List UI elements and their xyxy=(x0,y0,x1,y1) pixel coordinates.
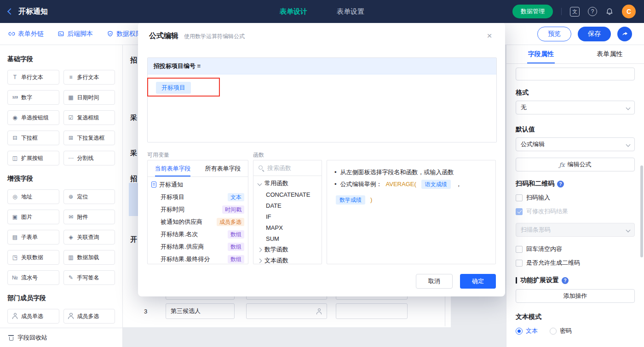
translate-icon[interactable]: 文 xyxy=(570,7,580,17)
function-item[interactable]: CONCATENATE xyxy=(253,189,322,200)
share-button[interactable] xyxy=(617,27,632,41)
lookup-query-icon: ◈ xyxy=(67,234,75,240)
table-cell[interactable] xyxy=(336,303,408,319)
back-icon[interactable] xyxy=(7,8,14,15)
variable-item[interactable]: 开标项目文本 xyxy=(148,191,248,203)
field-item-label: 日期时间 xyxy=(77,94,99,102)
backend-script-button[interactable]: 后端脚本 xyxy=(58,30,93,38)
field-item-select[interactable]: ⊟下拉框 xyxy=(7,131,59,145)
clipped-section-title: 招 xyxy=(130,56,137,65)
table-cell-candidate[interactable]: 第三候选人 xyxy=(166,303,235,319)
checkbox-modify-scan-result[interactable]: 可修改扫码结果 xyxy=(516,207,635,216)
save-button[interactable]: 保存 xyxy=(578,27,611,41)
field-item-signature[interactable]: ✎手写签名 xyxy=(63,270,115,285)
help-circle-icon[interactable]: ? xyxy=(562,277,569,284)
variable-item[interactable]: 被通知的供应商成员多选 xyxy=(148,216,248,228)
variable-root[interactable]: 开标通知 xyxy=(148,178,248,191)
tab-all-form-fields[interactable]: 所有表单字段 xyxy=(198,160,248,176)
function-group-text[interactable]: 文本函数 xyxy=(253,255,322,264)
function-group-common[interactable]: 常用函数 xyxy=(253,178,322,189)
field-item-location[interactable]: ⊕定位 xyxy=(63,189,115,204)
tab-field-properties[interactable]: 字段属性 xyxy=(506,45,575,63)
function-search-input[interactable] xyxy=(267,165,313,171)
field-item-single-line-text[interactable]: T单行文本 xyxy=(7,70,59,85)
checkbox-enter-clear[interactable]: 回车清空内容 xyxy=(516,245,635,253)
example-chip: 数学成绩 xyxy=(336,195,365,205)
formula-field-chip[interactable]: 开标项目 xyxy=(156,82,191,94)
variable-item[interactable]: 开标结果.最终得分数组 xyxy=(148,253,248,264)
data-permission-button[interactable]: 数据权限 xyxy=(107,30,142,38)
radio-password-mode[interactable]: 密码 xyxy=(550,327,572,335)
field-item-datetime[interactable]: ▦日期时间 xyxy=(63,90,115,105)
field-item-checkbox-group[interactable]: ☑复选框组 xyxy=(63,110,115,125)
form-external-link-button[interactable]: 表单外链 xyxy=(8,30,44,38)
field-item-divider[interactable]: ⋯分割线 xyxy=(63,151,115,165)
field-title-input[interactable] xyxy=(516,68,635,80)
tab-current-form-fields[interactable]: 当前表单字段 xyxy=(148,160,198,176)
field-properties-panel: 字段属性 表单属性 格式 无 默认值 公式编辑 ƒx编辑公式 扫码和二维码? 扫… xyxy=(506,45,644,347)
section-title-member-fields: 部门成员字段 xyxy=(7,294,115,302)
field-item-serial-number[interactable]: №流水号 xyxy=(7,270,59,285)
field-item-attachment[interactable]: ✉附件 xyxy=(63,210,115,224)
basic-fields-grid: T单行文本 ≡多行文本 123数字 ▦日期时间 ◉单选按钮组 ☑复选框组 ⊟下拉… xyxy=(7,70,115,165)
tab-form-properties[interactable]: 表单属性 xyxy=(575,45,644,63)
field-item-address[interactable]: ◎地址 xyxy=(7,189,59,204)
function-item[interactable]: SUM xyxy=(253,233,322,244)
variable-item[interactable]: 开标时间时间戳 xyxy=(148,203,248,216)
checkbox-icon xyxy=(516,194,523,201)
trash-icon xyxy=(8,335,14,341)
data-manage-button[interactable]: 数据管理 xyxy=(512,5,553,18)
variable-item[interactable]: 开标结果.名次数组 xyxy=(148,228,248,240)
field-item-label: 关联数据 xyxy=(21,254,43,262)
function-item[interactable]: MAPX xyxy=(253,222,322,233)
variables-tabs: 当前表单字段 所有表单字段 xyxy=(148,160,248,177)
type-tag: 数组 xyxy=(228,230,244,239)
help-circle-icon[interactable]: ? xyxy=(557,181,564,188)
table-cell-member[interactable] xyxy=(246,303,327,319)
field-item-data-load[interactable]: ▥数据加载 xyxy=(63,250,115,265)
tab-form-design[interactable]: 表单设计 xyxy=(280,7,307,16)
checkbox-allow-qrcode[interactable]: 是否允许生成二维码 xyxy=(516,259,635,267)
extend-button-icon: ◫ xyxy=(11,155,19,161)
radio-text-mode[interactable]: 文本 xyxy=(516,327,538,335)
scrollbar-thumb[interactable] xyxy=(640,165,643,257)
field-palette-sidebar: 基础字段 T单行文本 ≡多行文本 123数字 ▦日期时间 ◉单选按钮组 ☑复选框… xyxy=(0,45,123,347)
field-item-lookup-query[interactable]: ◈关联查询 xyxy=(63,230,115,245)
field-item-image[interactable]: ▣图片 xyxy=(7,210,59,224)
field-item-subform[interactable]: ▤子表单 xyxy=(7,230,59,245)
help-icon[interactable]: ? xyxy=(588,7,597,16)
field-item-radio-group[interactable]: ◉单选按钮组 xyxy=(7,110,59,125)
default-value-select[interactable]: 公式编辑 xyxy=(516,137,635,151)
function-item[interactable]: IF xyxy=(253,211,322,222)
close-icon[interactable]: × xyxy=(483,29,496,42)
field-item-linked-data[interactable]: ◳关联数据 xyxy=(7,250,59,265)
image-icon: ▣ xyxy=(11,214,19,220)
field-item-multi-select[interactable]: ⊞下拉复选框 xyxy=(63,131,115,145)
checkbox-icon: ☑ xyxy=(67,115,75,120)
format-select[interactable]: 无 xyxy=(516,101,635,114)
add-action-button[interactable]: 添加操作 xyxy=(516,289,635,303)
field-recycle-bin[interactable]: 字段回收站 xyxy=(0,328,122,347)
variable-item[interactable]: 开标结果.供应商数组 xyxy=(148,240,248,253)
clipped-section-title: 采 xyxy=(130,149,137,158)
field-item-multi-line-text[interactable]: ≡多行文本 xyxy=(63,70,115,85)
field-item-label: 多行文本 xyxy=(77,74,99,81)
cancel-button[interactable]: 取消 xyxy=(416,274,453,289)
field-item-member-multi[interactable]: 成员多选 xyxy=(63,309,115,324)
function-group-math[interactable]: 数学函数 xyxy=(253,244,322,255)
extension-section-title: 功能扩展设置? xyxy=(516,276,635,284)
preview-button[interactable]: 预览 xyxy=(537,27,571,41)
notification-bell-icon[interactable] xyxy=(605,7,614,16)
field-item-number[interactable]: 123数字 xyxy=(7,90,59,105)
formula-input-area[interactable]: 开标项目 xyxy=(148,74,496,101)
field-item-member-single[interactable]: 成员单选 xyxy=(7,309,59,324)
function-item[interactable]: DATE xyxy=(253,200,322,211)
tab-form-settings[interactable]: 表单设置 xyxy=(337,7,364,16)
radio-selected-icon xyxy=(516,328,523,335)
confirm-button[interactable]: 确定 xyxy=(460,274,496,289)
person-icon xyxy=(316,308,322,314)
field-item-extend-button[interactable]: ◫扩展按钮 xyxy=(7,151,59,165)
checkbox-scan-input[interactable]: 扫码输入 xyxy=(516,193,635,202)
avatar[interactable]: C xyxy=(622,5,636,18)
edit-formula-button[interactable]: ƒx编辑公式 xyxy=(516,158,635,171)
